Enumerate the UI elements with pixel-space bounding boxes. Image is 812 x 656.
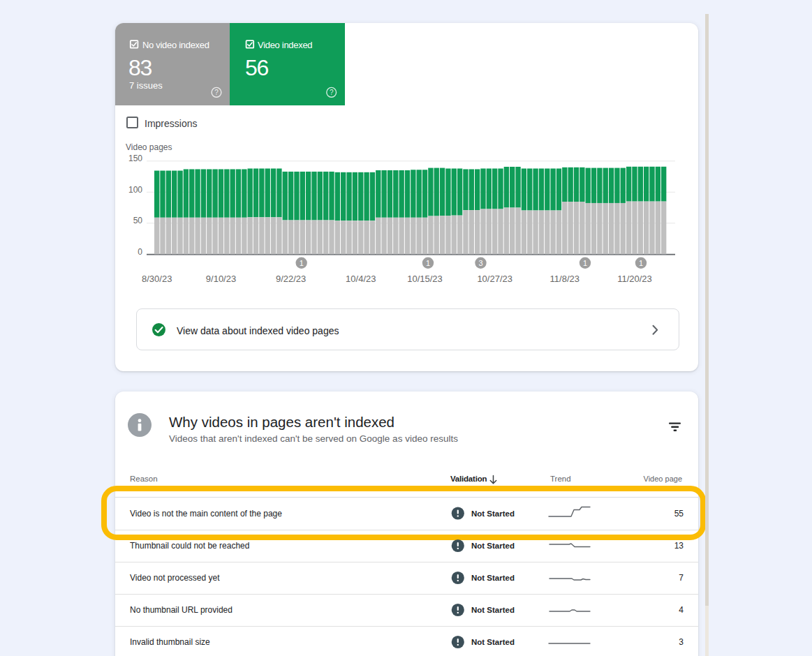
- svg-text:50: 50: [133, 216, 143, 225]
- svg-text:10/4/23: 10/4/23: [346, 274, 376, 284]
- svg-text:150: 150: [128, 154, 142, 163]
- svg-text:100: 100: [128, 185, 142, 195]
- svg-text:1: 1: [639, 259, 643, 267]
- svg-text:8/30/23: 8/30/23: [142, 274, 172, 284]
- svg-text:1: 1: [426, 259, 430, 267]
- svg-text:1: 1: [300, 259, 304, 267]
- svg-text:9/10/23: 9/10/23: [206, 274, 236, 284]
- svg-text:0: 0: [138, 247, 142, 257]
- svg-text:11/20/23: 11/20/23: [617, 274, 652, 284]
- svg-text:3: 3: [478, 259, 482, 267]
- svg-text:10/27/23: 10/27/23: [477, 274, 512, 284]
- svg-text:1: 1: [583, 259, 587, 267]
- svg-text:11/8/23: 11/8/23: [550, 274, 580, 284]
- svg-text:9/22/23: 9/22/23: [276, 274, 306, 284]
- svg-text:10/15/23: 10/15/23: [407, 274, 443, 284]
